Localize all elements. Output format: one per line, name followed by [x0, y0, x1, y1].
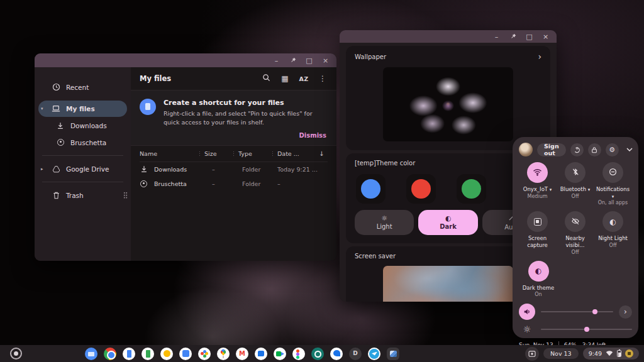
dino-shelf-icon[interactable] [349, 348, 362, 360]
launcher-button[interactable] [10, 348, 22, 359]
chrome-shelf-icon[interactable] [104, 348, 116, 360]
minimize-icon[interactable]: – [273, 57, 280, 64]
docs-shelf-icon[interactable] [123, 348, 135, 360]
speaker-icon[interactable] [519, 304, 535, 320]
sidebar-item-trash[interactable]: Trash [35, 187, 131, 204]
files-titlebar[interactable]: – □ × [35, 53, 336, 67]
do-not-disturb-icon [609, 167, 617, 178]
sidebar-item-downloads[interactable]: Downloads [35, 117, 131, 134]
banner-title: Create a shortcut for your files [164, 99, 326, 107]
night-light-tile[interactable]: ◐ Night Light Off [594, 211, 631, 255]
dark-theme-icon: ◐ [535, 267, 541, 275]
sidebar-item-recent[interactable]: Recent [35, 79, 131, 96]
pin-window-icon[interactable] [509, 33, 516, 40]
wallpaper-section[interactable]: Wallpaper › [346, 46, 550, 150]
kebab-menu-icon[interactable]: ⋮ [318, 74, 328, 83]
column-type[interactable]: Type [238, 150, 271, 157]
photos-shelf-icon[interactable] [198, 348, 211, 360]
table-header[interactable]: Name Size Type Date ... ↓ [140, 146, 328, 162]
brightness-icon: ☼ [519, 324, 535, 334]
file-size: – [212, 180, 240, 187]
dark-mode-button[interactable]: ◐ Dark [418, 210, 477, 235]
messages-shelf-icon[interactable] [330, 348, 343, 360]
banner-body: Right-click a file, and select "Pin to q… [164, 109, 326, 127]
drag-handle-icon[interactable] [123, 192, 128, 199]
close-icon[interactable]: × [322, 57, 329, 64]
minimize-icon[interactable]: – [493, 33, 500, 40]
chat-shelf-icon[interactable] [255, 348, 267, 360]
brightness-slider-knob[interactable] [584, 327, 589, 332]
telegram-shelf-icon[interactable] [368, 348, 380, 360]
column-name[interactable]: Name [140, 150, 198, 157]
sign-out-button[interactable]: Sign out [537, 143, 566, 156]
wallpaper-section-label: Wallpaper [355, 53, 386, 60]
table-row[interactable]: Downloads – Folder Today 9:21 ... [140, 162, 328, 177]
maximize-icon[interactable]: □ [306, 57, 313, 64]
bluetooth-tile[interactable]: Bluetooth ▾ Off [557, 162, 594, 206]
volume-slider[interactable] [541, 311, 613, 312]
theme-swatch-blue[interactable] [356, 174, 386, 204]
sort-direction-icon[interactable]: ↓ [319, 150, 328, 157]
power-button[interactable] [570, 143, 584, 156]
shelf-date-button[interactable]: Nov 13 [543, 348, 579, 359]
theme-swatch-green[interactable] [457, 174, 486, 204]
sidebar-item-bruschetta[interactable]: Bruschetta [35, 134, 131, 151]
calendar-shelf-icon[interactable] [179, 348, 192, 360]
gmail-shelf-icon[interactable] [236, 348, 248, 360]
pin-window-icon[interactable] [289, 57, 296, 63]
files-shelf-icon[interactable] [85, 348, 97, 360]
close-icon[interactable]: × [542, 33, 549, 40]
light-mode-button[interactable]: ☼ Light [355, 210, 414, 235]
maps-shelf-icon[interactable] [217, 348, 230, 360]
settings-gear-button[interactable]: ⚙ [606, 143, 619, 156]
brightness-slider[interactable] [541, 329, 632, 330]
column-resize-handle[interactable] [232, 151, 235, 156]
settings-titlebar[interactable]: – □ × [340, 30, 557, 43]
shortcut-banner: Create a shortcut for your files Right-c… [131, 90, 336, 146]
dark-theme-tile[interactable]: ◐ Dark theme On [519, 261, 558, 298]
ime-status-icon [625, 349, 633, 358]
meet-shelf-icon[interactable] [274, 348, 286, 360]
bluetooth-off-icon [572, 167, 579, 178]
screencast-shelf-icon[interactable] [311, 348, 324, 360]
chevron-down-icon[interactable]: ▾ [41, 106, 46, 111]
avatar[interactable] [519, 143, 533, 156]
lock-button[interactable] [588, 143, 601, 156]
status-tray[interactable]: 9:49 [583, 348, 639, 359]
screen-capture-icon [534, 218, 541, 226]
laptop-icon [52, 104, 60, 113]
sidebar-item-my-files[interactable]: ▾ My files [38, 101, 127, 117]
grid-view-icon[interactable]: ▦ [280, 74, 290, 83]
keep-shelf-icon[interactable] [160, 348, 173, 360]
sidebar-item-google-drive[interactable]: ▸ Google Drive [35, 160, 131, 177]
column-size[interactable]: Size [204, 150, 232, 157]
sheets-shelf-icon[interactable] [142, 348, 154, 360]
wallpaper-preview-image[interactable] [383, 67, 513, 141]
theme-swatch-red[interactable] [406, 174, 436, 204]
chevron-right-icon[interactable]: ▸ [41, 167, 46, 172]
column-date[interactable]: Date ... [277, 150, 319, 157]
sort-az-icon[interactable]: AZ [299, 75, 309, 82]
screen-capture-indicator-icon[interactable] [525, 347, 539, 361]
gallery-shelf-icon[interactable] [387, 348, 399, 360]
wifi-status-icon [606, 350, 613, 358]
table-row[interactable]: Bruschetta – Folder – [140, 177, 328, 191]
chevron-right-icon[interactable]: › [538, 52, 541, 61]
column-resize-handle[interactable] [198, 151, 201, 156]
screen-capture-tile[interactable]: Screen capture [519, 211, 556, 255]
screen-saver-preview-image[interactable] [383, 266, 513, 302]
dismiss-button[interactable]: Dismiss [299, 132, 326, 139]
maximize-icon[interactable]: □ [526, 33, 533, 40]
night-light-icon: ◐ [609, 218, 616, 226]
chevron-down-icon: ▾ [612, 194, 614, 199]
network-tile[interactable]: Onyx_IoT ▾ Medium [519, 162, 556, 206]
figma-shelf-icon[interactable] [292, 348, 305, 360]
audio-settings-chevron-icon[interactable]: › [619, 305, 632, 319]
nearby-visibility-tile[interactable]: Nearby visibi... Off [557, 211, 594, 255]
notifications-tile[interactable]: Notifications ▾ On, all apps [594, 162, 631, 206]
volume-slider-knob[interactable] [592, 309, 597, 314]
collapse-chevron-icon[interactable] [623, 143, 636, 156]
files-sidebar: Recent ▾ My files Downloads Bruschetta [35, 67, 131, 261]
column-resize-handle[interactable] [271, 151, 274, 156]
search-icon[interactable] [261, 74, 271, 84]
